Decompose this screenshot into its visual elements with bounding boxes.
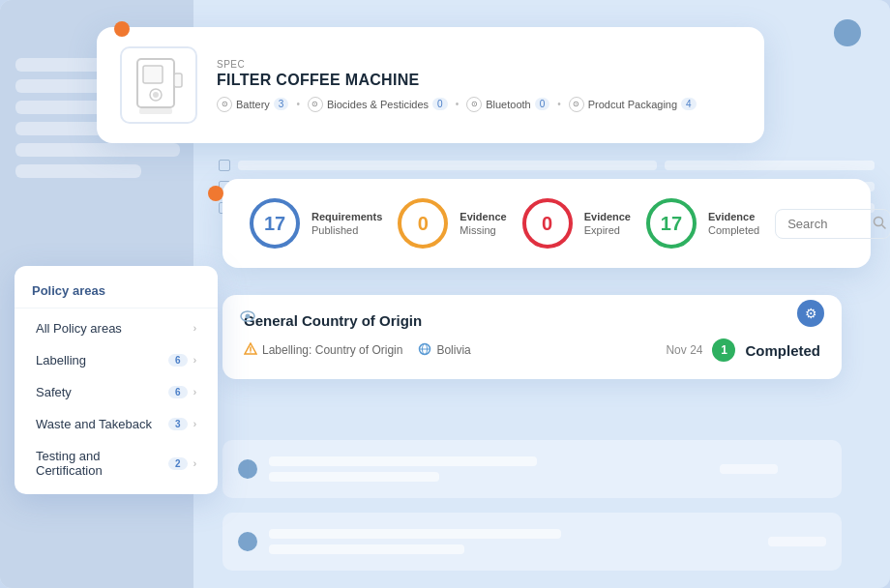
detail-tag-labelling: Labelling: Country of Origin <box>244 342 402 358</box>
policy-badge-testing: 2 <box>168 457 188 470</box>
stat-label-missing: Evidence Missing <box>460 210 506 238</box>
product-card: SPEC FILTER COFFEE MACHINE ⊙ Battery 3 •… <box>97 27 764 143</box>
tag-packaging: ⊙ Prodcut Packaging 4 <box>569 97 697 112</box>
tag-separator-1: • <box>296 99 300 109</box>
stat-requirements: 17 Requirements Published <box>250 198 382 249</box>
policy-badge-labelling: 6 <box>168 354 188 367</box>
detail-date: Nov 24 <box>666 343 702 357</box>
svg-rect-4 <box>174 74 182 87</box>
gear-icon: ⚙ <box>805 306 817 321</box>
policy-badge-waste: 3 <box>168 418 188 430</box>
tag-battery: ⊙ Battery 3 <box>217 97 288 112</box>
product-image <box>120 46 197 124</box>
policy-item-safety-left: Safety <box>36 385 72 399</box>
stat-label-requirements-line2: Published <box>312 224 358 236</box>
tag-count-battery: 3 <box>274 98 289 110</box>
stats-card: 17 Requirements Published 0 Evidence Mis… <box>222 179 871 268</box>
stat-label-requirements: Requirements Published <box>312 210 382 238</box>
tag-count-packaging: 4 <box>681 98 697 110</box>
eye-icon <box>240 309 255 325</box>
stat-value-expired: 0 <box>542 213 552 235</box>
policy-item-waste-label: Waste and Takeback <box>36 417 152 431</box>
avatar <box>834 19 861 46</box>
tag-separator-3: • <box>557 99 561 109</box>
stat-circle-completed: 17 <box>646 198 697 249</box>
completed-label: Completed <box>745 342 820 359</box>
stat-label-expired-line2: Expired <box>584 224 620 236</box>
bg-list-row-2 <box>222 513 842 571</box>
tag-count-biocides: 0 <box>432 98 448 110</box>
stat-value-missing: 0 <box>418 213 429 235</box>
tag-label-battery: Battery <box>236 99 270 110</box>
policy-item-all-label: All Policy areas <box>36 321 122 336</box>
svg-line-7 <box>882 224 886 228</box>
tag-dot-battery: ⊙ <box>217 97 232 112</box>
policy-dropdown-header: Policy areas <box>15 274 218 309</box>
chevron-right-icon-safety: › <box>193 387 196 397</box>
tag-dot-biocides: ⊙ <box>308 97 323 112</box>
gear-button[interactable]: ⚙ <box>797 300 824 327</box>
policy-item-waste-left: Waste and Takeback <box>36 417 152 431</box>
detail-card: General Country of Origin Labelling: Cou… <box>222 295 842 379</box>
tag-biocides: ⊙ Biocides & Pesticides 0 <box>308 97 448 112</box>
tag-bluetooth: ⊙ Bluetooth 0 <box>466 97 549 112</box>
detail-tag-labelling-label: Labelling: Country of Origin <box>262 343 402 357</box>
policy-item-testing-left: Testing and Certification <box>36 449 168 478</box>
stat-value-completed: 17 <box>661 213 682 235</box>
svg-point-3 <box>153 92 159 98</box>
completed-count-badge: 1 <box>712 338 735 362</box>
spec-label: SPEC <box>217 59 741 70</box>
tag-dot-packaging: ⊙ <box>569 97 584 112</box>
policy-item-testing[interactable]: Testing and Certification 2 › <box>18 440 214 486</box>
product-title: FILTER COFFEE MACHINE <box>217 72 741 89</box>
globe-icon <box>418 342 431 359</box>
stat-label-missing-line2: Missing <box>460 224 495 236</box>
notification-dot-1 <box>114 21 130 37</box>
policy-item-waste[interactable]: Waste and Takeback 3 › <box>18 408 214 440</box>
stats-search-box[interactable] <box>775 209 890 239</box>
svg-point-9 <box>246 314 251 319</box>
chevron-right-icon-labelling: › <box>193 355 196 366</box>
notification-dot-2 <box>208 186 223 201</box>
policy-dropdown: Policy areas All Policy areas › Labellin… <box>15 266 218 494</box>
warning-icon <box>244 342 257 358</box>
stat-expired: 0 Evidence Expired <box>522 198 631 249</box>
policy-item-labelling[interactable]: Labelling 6 › <box>18 344 214 376</box>
detail-card-title: General Country of Origin <box>244 312 820 329</box>
bg-list-row-1 <box>222 440 842 498</box>
stat-label-completed-line2: Completed <box>708 224 759 236</box>
detail-tags-row: Labelling: Country of Origin Bolivia <box>244 342 471 359</box>
stat-circle-expired: 0 <box>522 198 573 249</box>
policy-item-labelling-left: Labelling <box>36 353 86 368</box>
svg-point-11 <box>250 351 251 352</box>
stat-label-expired-line1: Evidence <box>584 210 631 223</box>
svg-rect-1 <box>143 66 163 83</box>
policy-item-all-left: All Policy areas <box>36 321 122 336</box>
chevron-right-icon-all: › <box>193 323 196 334</box>
stat-label-requirements-line1: Requirements <box>312 210 382 223</box>
detail-status-row: Nov 24 1 Completed <box>666 338 820 362</box>
product-tags: ⊙ Battery 3 • ⊙ Biocides & Pesticides 0 … <box>217 97 741 112</box>
tag-label-bluetooth: Bluetooth <box>486 99 530 110</box>
chevron-right-icon-waste: › <box>193 419 196 429</box>
stat-value-requirements: 17 <box>264 213 285 235</box>
stat-missing: 0 Evidence Missing <box>398 198 506 249</box>
tag-separator-2: • <box>456 99 460 109</box>
chevron-right-icon-testing: › <box>193 458 196 469</box>
search-input[interactable] <box>787 217 865 231</box>
policy-item-testing-label: Testing and Certification <box>36 449 168 478</box>
policy-item-labelling-label: Labelling <box>36 353 86 368</box>
stat-completed: 17 Evidence Completed <box>646 198 759 249</box>
tag-count-bluetooth: 0 <box>535 98 550 110</box>
stat-label-missing-line1: Evidence <box>460 210 506 223</box>
detail-meta: Labelling: Country of Origin Bolivia Nov… <box>244 338 820 362</box>
policy-item-safety[interactable]: Safety 6 › <box>18 376 214 408</box>
policy-item-safety-label: Safety <box>36 385 72 399</box>
product-info: SPEC FILTER COFFEE MACHINE ⊙ Battery 3 •… <box>217 59 741 112</box>
tag-label-packaging: Prodcut Packaging <box>588 99 677 110</box>
stat-label-expired: Evidence Expired <box>584 210 631 238</box>
policy-item-all[interactable]: All Policy areas › <box>18 312 214 344</box>
stat-label-completed: Evidence Completed <box>708 210 759 238</box>
detail-tag-country: Bolivia <box>418 342 470 359</box>
stat-circle-requirements: 17 <box>250 198 300 249</box>
